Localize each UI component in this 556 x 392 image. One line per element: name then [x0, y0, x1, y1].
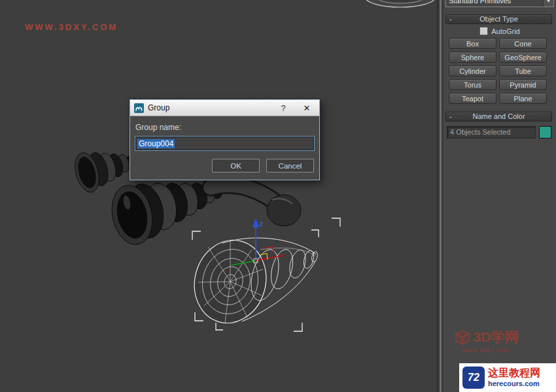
- wireframe-horn[interactable]: [185, 232, 319, 331]
- primitive-category-dropdown[interactable]: Standard Primitives ▼: [445, 0, 554, 7]
- autogrid-row: AutoGrid: [443, 27, 556, 35]
- viewport[interactable]: z WWW.3DXY.COM: [0, 0, 437, 392]
- dropdown-arrow-icon[interactable]: ▼: [543, 0, 553, 7]
- primitive-category-value: Standard Primitives: [449, 0, 511, 5]
- splitter-handle[interactable]: [440, 0, 442, 392]
- cube-icon: [454, 329, 471, 346]
- herecours-site-name: 这里教程网: [488, 367, 540, 379]
- autogrid-checkbox[interactable]: [479, 27, 488, 35]
- button-tube[interactable]: Tube: [499, 65, 547, 76]
- collapse-icon: -: [449, 15, 452, 24]
- group-name-input[interactable]: Group004: [135, 137, 314, 150]
- herecours-site-url: herecours.com: [488, 380, 540, 388]
- group-name-value: Group004: [137, 139, 175, 148]
- herecours-badge: 72 这里教程网 herecours.com: [459, 363, 556, 392]
- dialog-title: Group: [148, 103, 169, 112]
- top-edge-object[interactable]: [365, 0, 436, 7]
- name-and-color-row: 4 Objects Selected: [447, 126, 551, 139]
- watermark-3dxy-subtitle: www.3dxy.com: [442, 347, 530, 353]
- help-button[interactable]: ?: [276, 103, 290, 113]
- cancel-button[interactable]: Cancel: [266, 159, 314, 172]
- button-pyramid[interactable]: Pyramid: [499, 79, 547, 90]
- 3dsmax-icon: [134, 103, 144, 113]
- watermark-3dxy-logo: 3D学网 www.3dxy.com: [442, 328, 530, 353]
- rollout-object-type[interactable]: - Object Type: [445, 14, 552, 24]
- close-button[interactable]: ✕: [298, 103, 315, 113]
- selection-count-text: 4 Objects Selected: [450, 128, 510, 136]
- button-geosphere[interactable]: GeoSphere: [499, 52, 547, 63]
- button-plane[interactable]: Plane: [499, 93, 547, 104]
- rollout-name-and-color[interactable]: - Name and Color: [445, 112, 552, 122]
- button-cone[interactable]: Cone: [499, 38, 547, 49]
- object-type-buttons: Box Cone Sphere GeoSphere Cylinder Tube …: [449, 38, 547, 104]
- watermark-3dxy-title: 3D学网: [474, 328, 519, 346]
- herecours-logo-icon: 72: [462, 367, 485, 389]
- viewport-3d-scene: z: [0, 0, 437, 392]
- dialog-body: Group name: Group004 OK Cancel: [130, 116, 319, 180]
- group-dialog: Group ? ✕ Group name: Group004 OK Cancel: [130, 99, 320, 180]
- dialog-buttons: OK Cancel: [135, 159, 314, 172]
- watermark-3dxy-text: WWW.3DXY.COM: [25, 22, 118, 32]
- rollout-object-type-title: Object Type: [479, 15, 518, 23]
- object-color-swatch[interactable]: [539, 126, 551, 139]
- button-box[interactable]: Box: [449, 38, 496, 49]
- 3dsmax-window: z WWW.3DXY.COM Standard Primitives ▼ - O…: [0, 0, 556, 392]
- object-name-field[interactable]: 4 Objects Selected: [447, 126, 536, 139]
- ok-button[interactable]: OK: [212, 159, 260, 172]
- button-torus[interactable]: Torus: [449, 79, 496, 90]
- button-cylinder[interactable]: Cylinder: [449, 65, 496, 76]
- rollout-name-and-color-title: Name and Color: [472, 112, 525, 120]
- collapse-icon: -: [449, 112, 452, 121]
- dialog-titlebar[interactable]: Group ? ✕: [130, 100, 319, 116]
- autogrid-label: AutoGrid: [491, 27, 519, 35]
- group-name-label: Group name:: [135, 123, 314, 132]
- button-sphere[interactable]: Sphere: [449, 52, 496, 63]
- button-teapot[interactable]: Teapot: [449, 93, 496, 104]
- axis-z-label: z: [260, 220, 263, 227]
